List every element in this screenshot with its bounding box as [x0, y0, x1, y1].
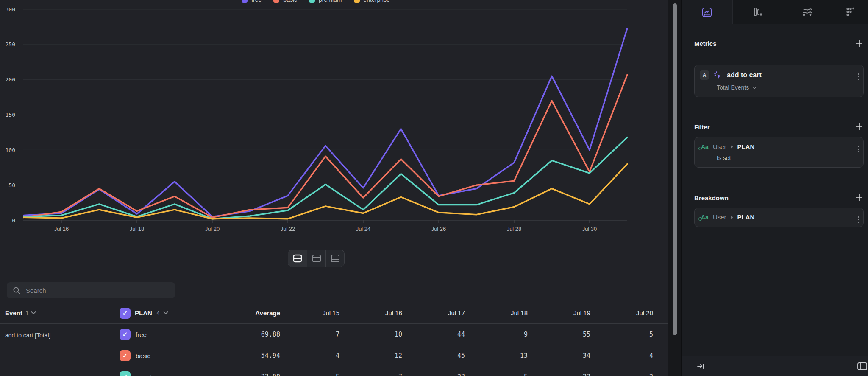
cell-value: 12 — [343, 352, 406, 359]
breakdown-card[interactable]: Aa User PLAN — [694, 208, 864, 227]
table-row-premium[interactable]: ✓premium33.0057235232 — [0, 366, 668, 376]
search-icon — [13, 286, 21, 295]
legend-swatch — [354, 0, 360, 3]
cell-value: 4 — [280, 352, 343, 359]
date-column-header: Jul 18 — [468, 309, 531, 317]
add-breakdown-button[interactable] — [854, 193, 864, 202]
chevron-down-icon[interactable] — [31, 309, 36, 314]
search-box[interactable] — [7, 282, 175, 298]
filter-card[interactable]: Aa User PLAN Is set — [694, 137, 864, 168]
date-column-header: Jul 17 — [406, 309, 468, 317]
bar-chart-icon — [752, 6, 763, 17]
chart-focus-view-icon — [312, 254, 321, 263]
plus-icon — [855, 123, 863, 131]
table-focus-view-button[interactable] — [326, 250, 344, 267]
cell-value: 5 — [594, 331, 657, 338]
svg-text:300: 300 — [6, 6, 15, 13]
plan-column-header[interactable]: ✓ PLAN 4 — [108, 308, 214, 319]
collapse-sidebar-icon[interactable] — [697, 362, 705, 370]
legend-item-enterprise[interactable]: enterprise — [354, 0, 390, 3]
filter-options-kebab-icon[interactable] — [858, 146, 859, 152]
series-checkbox[interactable]: ✓ — [120, 329, 131, 340]
metrics-section-header: Metrics — [694, 39, 864, 48]
event-column-header[interactable]: Event 1 — [0, 309, 108, 317]
plus-icon — [855, 39, 863, 47]
filter-scope: User — [713, 143, 726, 150]
legend-item-premium[interactable]: premium — [309, 0, 342, 3]
flows-icon — [801, 6, 813, 17]
svg-text:50: 50 — [8, 182, 15, 188]
table-header-row: Event 1 ✓ PLAN 4 Average Jul 15Jul 16Jul… — [0, 303, 668, 324]
filter-title: Filter — [694, 123, 710, 131]
cell-value: 7 — [280, 331, 343, 338]
scrollbar-thumb[interactable] — [673, 3, 677, 335]
date-column-header: Jul 19 — [531, 309, 594, 317]
add-filter-button[interactable] — [854, 122, 864, 132]
chevron-down-icon[interactable] — [164, 309, 168, 314]
tab-flows[interactable] — [782, 0, 832, 24]
cell-value: 10 — [343, 331, 406, 338]
legend-item-free[interactable]: free — [242, 0, 262, 3]
date-column-header: Jul 15 — [280, 309, 343, 317]
series-checkbox[interactable]: ✓ — [120, 350, 131, 361]
cell-value: 34 — [531, 352, 594, 359]
panel-layout-icon[interactable] — [857, 362, 867, 370]
legend-swatch — [309, 0, 315, 3]
metric-event-name: add to cart — [727, 71, 762, 79]
tab-insights[interactable] — [682, 0, 732, 24]
sidebar-footer — [682, 356, 868, 376]
cell-value: 5 — [280, 373, 343, 376]
breakdown-options-kebab-icon[interactable] — [858, 216, 859, 223]
filter-section-header: Filter — [694, 122, 864, 132]
metric-options-kebab-icon[interactable] — [858, 73, 859, 80]
cell-value: 7 — [343, 373, 406, 376]
text-property-icon: Aa — [700, 143, 709, 150]
metric-measure-dropdown[interactable]: Total Events — [700, 84, 858, 91]
plan-count: 4 — [156, 309, 160, 317]
legend-label: premium — [319, 0, 342, 3]
table-section: Event 1 ✓ PLAN 4 Average Jul 15Jul 16Jul… — [0, 258, 668, 376]
cell-value: 13 — [468, 352, 531, 359]
svg-text:Jul 20: Jul 20 — [205, 226, 220, 232]
metric-measure-label: Total Events — [717, 84, 749, 91]
cell-value: 44 — [406, 331, 468, 338]
metric-series-badge: A — [700, 70, 709, 80]
search-input[interactable] — [26, 287, 153, 294]
series-checkbox[interactable]: ✓ — [120, 371, 131, 376]
metric-card[interactable]: A add to cart Total Events — [694, 65, 864, 97]
cell-value: 55 — [531, 331, 594, 338]
cell-value: 5 — [468, 373, 531, 376]
table-row-basic[interactable]: ✓basic54.944124513344 — [0, 345, 668, 366]
split-view-icon — [293, 254, 302, 263]
tab-more-reports[interactable] — [832, 0, 868, 24]
chart-focus-view-button[interactable] — [307, 250, 326, 267]
table-row-free[interactable]: ✓free69.88710449555 — [0, 324, 668, 345]
table-rows: ✓free69.88710449555✓basic54.944124513344… — [0, 324, 668, 376]
cell-value: 23 — [406, 373, 468, 376]
breadcrumb-arrow-icon — [731, 145, 733, 149]
legend-label: enterprise — [364, 0, 390, 3]
cell-value: 2 — [594, 373, 657, 376]
svg-text:Jul 18: Jul 18 — [130, 226, 145, 232]
chevron-down-icon — [752, 85, 757, 89]
svg-text:150: 150 — [6, 112, 15, 118]
breakdown-title: Breakdown — [694, 194, 729, 202]
add-metric-button[interactable] — [854, 39, 864, 48]
legend-swatch — [273, 0, 279, 3]
event-click-spark-icon — [713, 70, 723, 80]
svg-text:200: 200 — [6, 76, 15, 83]
plan-select-all-checkbox[interactable]: ✓ — [120, 308, 131, 319]
dots-grid-icon — [845, 6, 856, 17]
tab-funnels[interactable] — [732, 0, 782, 24]
split-view-button[interactable] — [288, 250, 307, 267]
line-chart[interactable]: 050100150200250300Jul 16Jul 18Jul 20Jul … — [0, 0, 668, 238]
plan-header-label: PLAN — [135, 309, 152, 317]
average-column-header: Average — [214, 309, 280, 317]
breakdown-property: PLAN — [737, 213, 755, 221]
svg-text:0: 0 — [12, 217, 15, 224]
plus-icon — [855, 194, 863, 202]
series-name: basic — [136, 352, 150, 359]
legend-item-basic[interactable]: basic — [273, 0, 297, 3]
filter-operator-dropdown[interactable]: Is set — [700, 154, 858, 161]
svg-text:Jul 24: Jul 24 — [356, 226, 371, 232]
